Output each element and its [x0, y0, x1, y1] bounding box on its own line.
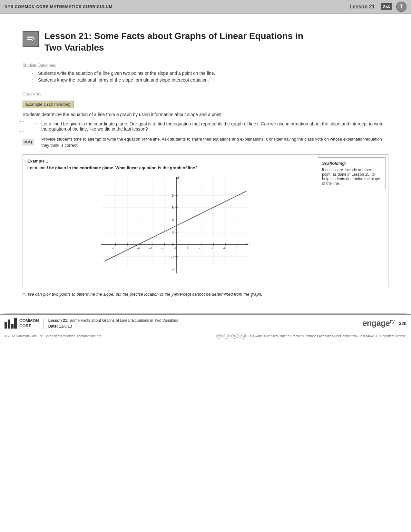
by-icon: BY: [223, 334, 230, 339]
footer-lesson-info: Lesson 21: Some Facts about Graphs of Li…: [48, 318, 178, 329]
svg-text:-3: -3: [149, 246, 152, 250]
cc-icon: cc: [216, 334, 222, 339]
svg-text:5: 5: [172, 194, 174, 197]
classwork-heading: Classwork: [23, 92, 388, 97]
svg-rect-2: [27, 37, 34, 38]
footer-logo-text: COMMON CORE: [19, 318, 39, 328]
mp-bracket-section: Let a line l be given in the coordinate …: [26, 121, 388, 132]
example-badge: Example 1 (10 minutes): [23, 101, 74, 108]
lesson-title-row: Lesson 21: Some Facts about Graphs of Li…: [23, 30, 388, 54]
svg-text:-6: -6: [113, 246, 115, 250]
header-lesson-label: Lesson 21: [349, 4, 375, 10]
sa-icon: SA: [240, 334, 247, 339]
classwork-section: Classwork Example 1 (10 minutes) Student…: [23, 92, 388, 297]
svg-text:-1: -1: [171, 255, 174, 259]
footer-logo: COMMON CORE: [5, 318, 39, 329]
example-box-subtitle: Let a line l be given in the coordinate …: [27, 165, 310, 170]
mp-bullet-item: Let a line l be given in the coordinate …: [35, 121, 388, 132]
svg-rect-4: [88, 173, 250, 283]
lesson-title-text: Lesson 21: Some Facts about Graphs of Li…: [44, 30, 303, 54]
header-grade-badge: 8•4: [381, 3, 392, 10]
svg-text:4: 4: [172, 206, 174, 210]
svg-text:4: 4: [223, 246, 225, 250]
lesson-icon: [23, 31, 39, 47]
example-graph-area: Example 1 Let a line l be given in the c…: [23, 155, 315, 287]
main-content: Lesson 21: Some Facts about Graphs of Li…: [0, 14, 411, 304]
svg-text:-2: -2: [171, 268, 174, 271]
student-outcomes-heading: Student Outcomes: [23, 63, 388, 68]
example-1-box: Example 1 Let a line l be given in the c…: [23, 154, 388, 287]
svg-text:2: 2: [172, 231, 174, 234]
scaffolding-title: Scaffolding:: [322, 161, 381, 166]
svg-text:-1: -1: [174, 246, 177, 250]
mp-label-row: MP.1 Provide students time to attempt to…: [23, 136, 388, 149]
footer-logo-bars: [5, 318, 17, 329]
mp-bracket-decoration: [19, 121, 24, 132]
coordinate-graph: x y -6 -5 -4 -3 -2 -1 1 2 3 4: [88, 173, 250, 283]
example-note-text: We can pick two points to determine the …: [28, 292, 262, 297]
footer-page-number: 320: [399, 321, 406, 326]
cc-text: This work is licensed under a Creative C…: [248, 334, 406, 338]
mp-label: MP.1: [23, 139, 34, 145]
footer-engage-logo: engageny: [362, 318, 394, 328]
svg-text:1: 1: [186, 246, 188, 250]
svg-text:3: 3: [172, 218, 174, 222]
mp-text: Provide students time to attempt to writ…: [41, 136, 388, 149]
example-box-title: Example 1: [27, 159, 310, 163]
svg-text:x: x: [249, 242, 250, 247]
copyright-text: © 2013 Common Core, Inc. Some rights res…: [5, 334, 101, 338]
outcome-item-1: Students write the equation of a line gi…: [32, 71, 388, 76]
lesson-title: Lesson 21: Some Facts about Graphs of Li…: [44, 30, 303, 54]
page-footer: COMMON CORE Lesson 21: Some Facts about …: [0, 314, 411, 332]
student-outcomes-list: Students write the equation of a line gi…: [32, 71, 388, 83]
example-note: □ We can pick two points to determine th…: [23, 292, 388, 297]
scaffolding-box: Scaffolding: If necessary, include anoth…: [318, 157, 386, 189]
logo-bar-1: [5, 322, 7, 329]
header-curriculum-text: NYS COMMON CORE MATHEMATICS CURRICULUM: [5, 5, 349, 9]
svg-text:-5: -5: [125, 246, 128, 250]
footer-separator: [44, 318, 44, 329]
svg-text:y: y: [178, 174, 180, 179]
scaffolding-text: If necessary, include another point, as …: [322, 168, 381, 186]
svg-text:-2: -2: [161, 246, 164, 250]
classwork-intro: Students determine the equation of a lin…: [23, 111, 388, 118]
outcome-item-2: Students know the traditional forms of t…: [32, 77, 388, 83]
svg-rect-3: [27, 39, 32, 40]
svg-text:-4: -4: [137, 246, 140, 250]
header-teacher-badge: T: [396, 2, 406, 12]
graph-container: x y -6 -5 -4 -3 -2 -1 1 2 3 4: [27, 173, 310, 283]
copyright-bar: © 2013 Common Core, Inc. Some rights res…: [0, 332, 411, 340]
note-diamond-icon: □: [23, 292, 25, 297]
logo-bar-3: [11, 324, 14, 329]
svg-rect-1: [27, 36, 33, 36]
cc-license-badge: cc BY NC SA This work is licensed under …: [216, 334, 406, 339]
mp-bullet-list: Let a line l be given in the coordinate …: [35, 121, 388, 132]
svg-text:3: 3: [211, 246, 213, 250]
student-outcomes-section: Student Outcomes Students write the equa…: [23, 63, 388, 83]
svg-text:5: 5: [235, 246, 237, 250]
svg-text:0: 0: [172, 243, 174, 246]
logo-bar-4: [14, 318, 17, 329]
nc-icon: NC: [231, 334, 238, 339]
page-header: NYS COMMON CORE MATHEMATICS CURRICULUM L…: [0, 0, 411, 14]
svg-text:2: 2: [199, 246, 201, 250]
logo-bar-2: [8, 320, 10, 329]
